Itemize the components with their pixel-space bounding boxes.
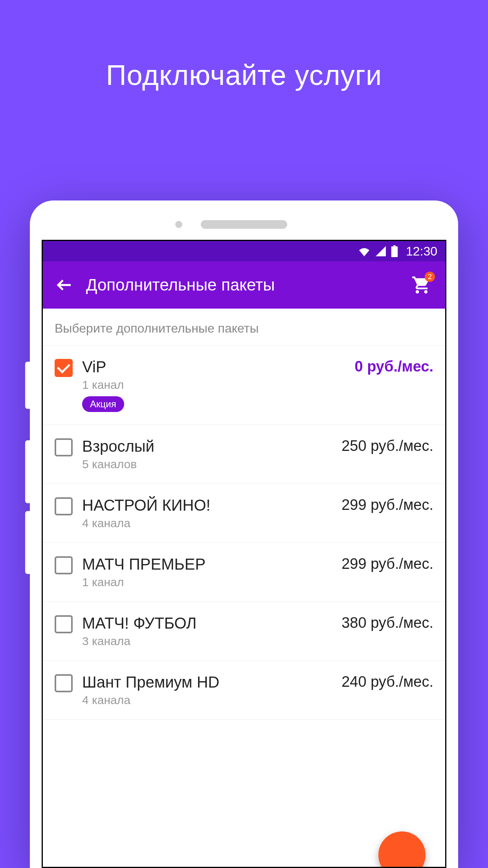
package-item[interactable]: Шант Премиум HD4 канала240 руб./мес.	[43, 661, 445, 720]
checkbox[interactable]	[55, 359, 73, 377]
package-name: Шант Премиум HD	[82, 673, 332, 691]
package-name: ViP	[82, 358, 345, 376]
package-channels: 1 канал	[82, 576, 332, 589]
signal-icon	[375, 246, 386, 256]
checkbox[interactable]	[55, 615, 73, 633]
package-info: НАСТРОЙ КИНО!4 канала	[82, 497, 332, 530]
wifi-icon	[358, 246, 371, 256]
package-item[interactable]: МАТЧ! ФУТБОЛ3 канала380 руб./мес.	[43, 602, 445, 661]
package-info: МАТЧ ПРЕМЬЕР1 канал	[82, 555, 332, 589]
package-channels: 4 канала	[82, 693, 332, 707]
checkbox[interactable]	[55, 497, 73, 515]
cart-badge: 2	[425, 272, 435, 282]
svg-rect-1	[393, 245, 395, 247]
package-channels: 1 канал	[82, 378, 345, 392]
content: Выберите дополнительные пакеты ViP1 кана…	[43, 309, 445, 720]
phone-side-button	[25, 362, 30, 409]
package-item[interactable]: Взрослый5 каналов250 руб./мес.	[43, 425, 445, 484]
package-channels: 4 канала	[82, 517, 332, 530]
package-name: НАСТРОЙ КИНО!	[82, 497, 332, 514]
phone-speaker	[201, 220, 287, 229]
svg-rect-0	[391, 246, 398, 257]
package-name: МАТЧ ПРЕМЬЕР	[82, 555, 332, 573]
checkbox[interactable]	[55, 556, 73, 574]
package-info: ViP1 каналАкция	[82, 358, 345, 412]
app-bar: Дополнительные пакеты 2	[43, 261, 445, 309]
package-price: 380 руб./мес.	[341, 614, 433, 631]
fab-button[interactable]	[378, 831, 426, 868]
battery-icon	[391, 245, 398, 257]
page-title: Дополнительные пакеты	[86, 276, 398, 294]
phone-frame: 12:30 Дополнительные пакеты 2 Выберите д…	[30, 200, 458, 868]
promo-badge: Акция	[82, 396, 124, 412]
package-name: Взрослый	[82, 438, 332, 455]
package-channels: 5 каналов	[82, 458, 332, 471]
package-price: 299 руб./мес.	[341, 497, 433, 513]
checkbox[interactable]	[55, 438, 73, 456]
package-info: Шант Премиум HD4 канала	[82, 673, 332, 707]
package-channels: 3 канала	[82, 634, 332, 648]
package-info: МАТЧ! ФУТБОЛ3 канала	[82, 614, 332, 648]
status-bar: 12:30	[43, 241, 445, 261]
phone-camera	[175, 221, 182, 228]
package-price: 250 руб./мес.	[341, 438, 433, 454]
cart-button[interactable]: 2	[410, 273, 433, 297]
package-item[interactable]: МАТЧ ПРЕМЬЕР1 канал299 руб./мес.	[43, 543, 445, 602]
checkbox[interactable]	[55, 674, 73, 692]
package-price: 240 руб./мес.	[341, 673, 433, 690]
phone-volume-down-button	[25, 511, 30, 574]
back-button[interactable]	[55, 275, 74, 295]
package-price: 0 руб./мес.	[354, 358, 433, 375]
status-time: 12:30	[406, 244, 437, 259]
section-header: Выберите дополнительные пакеты	[43, 309, 445, 346]
package-name: МАТЧ! ФУТБОЛ	[82, 614, 332, 632]
phone-volume-up-button	[25, 440, 30, 503]
package-price: 299 руб./мес.	[341, 555, 433, 572]
package-item[interactable]: ViP1 каналАкция0 руб./мес.	[43, 346, 445, 425]
screen: 12:30 Дополнительные пакеты 2 Выберите д…	[42, 240, 446, 868]
package-info: Взрослый5 каналов	[82, 438, 332, 471]
promo-title: Подключайте услуги	[0, 0, 488, 91]
package-list: ViP1 каналАкция0 руб./мес.Взрослый5 кана…	[43, 346, 445, 720]
package-item[interactable]: НАСТРОЙ КИНО!4 канала299 руб./мес.	[43, 484, 445, 543]
